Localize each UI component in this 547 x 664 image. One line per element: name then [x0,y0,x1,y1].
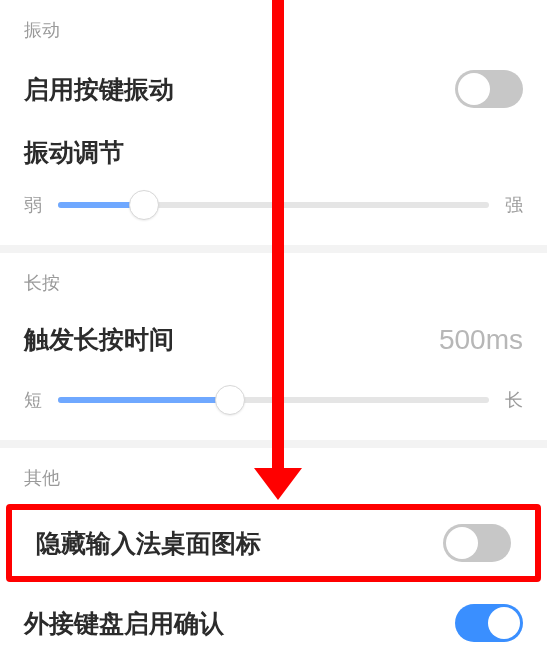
toggle-knob [488,607,520,639]
vibration-slider-thumb[interactable] [129,190,159,220]
hide-ime-icon-label: 隐藏输入法桌面图标 [36,527,261,560]
longpress-trigger-label: 触发长按时间 [24,323,174,356]
section-header-vibration: 振动 [0,0,547,56]
vibration-adjust-row: 振动调节 [0,122,547,175]
vibration-slider-min-label: 弱 [24,193,42,217]
vibration-slider-row: 弱 强 [0,175,547,245]
longpress-slider-thumb[interactable] [215,385,245,415]
toggle-knob [446,527,478,559]
vibration-slider-max-label: 强 [505,193,523,217]
enable-key-vibration-row[interactable]: 启用按键振动 [0,56,547,122]
hide-ime-icon-toggle[interactable] [443,524,511,562]
longpress-slider-max-label: 长 [505,388,523,412]
section-divider [0,245,547,253]
vibration-slider[interactable] [58,202,489,208]
section-header-other: 其他 [0,448,547,504]
longpress-trigger-value: 500ms [439,324,523,356]
longpress-slider[interactable] [58,397,489,403]
external-keyboard-confirm-toggle[interactable] [455,604,523,642]
annotation-highlight-box: 隐藏输入法桌面图标 [6,504,541,582]
section-header-longpress: 长按 [0,253,547,309]
enable-key-vibration-toggle[interactable] [455,70,523,108]
external-keyboard-confirm-label: 外接键盘启用确认 [24,607,224,640]
vibration-adjust-label: 振动调节 [24,136,124,169]
toggle-knob [458,73,490,105]
longpress-slider-fill [58,397,230,403]
longpress-trigger-row[interactable]: 触发长按时间 500ms [0,309,547,370]
hide-ime-icon-row[interactable]: 隐藏输入法桌面图标 [12,510,535,576]
external-keyboard-confirm-row[interactable]: 外接键盘启用确认 [0,582,547,656]
longpress-slider-min-label: 短 [24,388,42,412]
longpress-slider-row: 短 长 [0,370,547,440]
section-divider [0,440,547,448]
enable-key-vibration-label: 启用按键振动 [24,73,174,106]
